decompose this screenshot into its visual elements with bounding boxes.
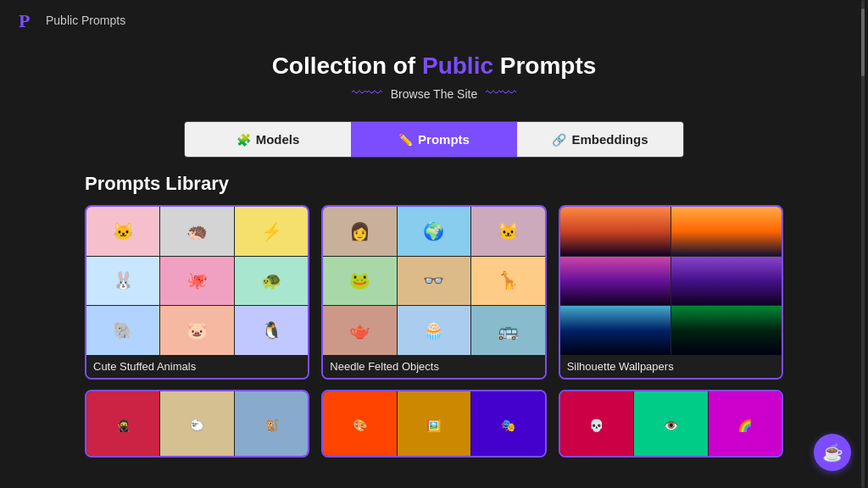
card-image-cell: 🎨 [323,391,396,458]
card-silhouette[interactable]: Silhouette Wallpapers [559,205,783,380]
prompts-icon: ✏️ [398,133,413,147]
scrollbar[interactable] [861,0,865,488]
card-image-cell: 🐑 [160,391,233,458]
card-image-cell: 🐰 [86,257,159,306]
logo-text: Public Prompts [46,14,125,27]
logo-icon: P [17,8,41,32]
card-bottom-images-1: 🥷 🐑 🐒 [86,391,308,458]
card-image-cell: 🚌 [471,306,544,355]
card-image-cell [671,257,782,306]
top-nav: P Public Prompts [0,0,868,41]
card-image-cell: 🐧 [235,306,308,355]
card-image-cell: ⚡ [235,207,308,256]
card-label-silhouette: Silhouette Wallpapers [560,355,782,378]
card-image-cell: 🐘 [86,306,159,355]
hero-title-highlight: Public [422,53,493,79]
card-image-cell [560,306,670,355]
cards-grid-bottom: 🥷 🐑 🐒 🎨 🖼️ 🎭 💀 👁️ 🌈 [85,390,783,458]
card-image-cell: 👁️ [634,391,707,458]
card-image-cell: 🐷 [160,306,233,355]
card-bottom-images-3: 💀 👁️ 🌈 [560,391,782,458]
card-image-cell: 👓 [398,257,470,306]
tab-prompts-label: Prompts [418,132,470,147]
main-content: Prompts Library 🐱 🦔 ⚡ 🐰 🐙 🐢 🐘 🐷 🐧 Cute S… [0,164,868,458]
card-needle-felted[interactable]: 👩 🌍 🐱 🐸 👓 🦒 🫖 🧁 🚌 Needle Felted Objects [321,205,546,380]
card-image-cell: 🐢 [235,257,308,306]
browse-label: Browse The Site [391,87,477,101]
card-image-cell: 🦒 [471,257,544,306]
wave-left-icon: 〰〰 [352,85,382,103]
models-icon: 🧩 [236,133,251,147]
hero-title-prefix: Collection of [272,53,422,79]
tab-embeddings-label: Embeddings [571,132,648,147]
card-bottom-2[interactable]: 🎨 🖼️ 🎭 [321,390,546,458]
card-bottom-1[interactable]: 🥷 🐑 🐒 [85,390,309,458]
card-images-stuffed: 🐱 🦔 ⚡ 🐰 🐙 🐢 🐘 🐷 🐧 [86,207,308,355]
card-image-cell: 🌍 [398,207,470,256]
tab-models-label: Models [256,132,300,147]
card-image-cell [560,207,670,256]
cards-grid-top: 🐱 🦔 ⚡ 🐰 🐙 🐢 🐘 🐷 🐧 Cute Stuffed Animals 👩… [85,205,783,380]
tabs-container: 🧩 Models ✏️ Prompts 🔗 Embeddings [0,121,868,158]
card-label-needle: Needle Felted Objects [323,355,544,378]
card-image-cell: 🦔 [160,207,233,256]
hero-title-suffix: Prompts [493,53,596,79]
card-image-cell: 🫖 [323,306,396,355]
tab-embeddings[interactable]: 🔗 Embeddings [517,122,683,157]
card-images-silhouette [560,207,782,355]
coffee-icon: ☕ [822,442,843,463]
card-image-cell: 🐱 [86,207,159,256]
card-label-stuffed: Cute Stuffed Animals [86,355,308,378]
card-image-cell: 🧁 [398,306,470,355]
card-image-cell: 🐙 [160,257,233,306]
section-title: Prompts Library [85,173,783,195]
card-image-cell: 🥷 [86,391,159,458]
card-image-cell: 🐒 [235,391,308,458]
wave-right-icon: 〰〰 [486,85,516,103]
card-image-cell [671,306,782,355]
card-image-cell: 💀 [560,391,633,458]
tab-models[interactable]: 🧩 Models [185,122,351,157]
card-image-cell: 🐱 [471,207,544,256]
card-image-cell: 🌈 [709,391,782,458]
card-cute-stuffed-animals[interactable]: 🐱 🦔 ⚡ 🐰 🐙 🐢 🐘 🐷 🐧 Cute Stuffed Animals [85,205,309,380]
card-images-needle: 👩 🌍 🐱 🐸 👓 🦒 🫖 🧁 🚌 [323,207,544,355]
browse-line: 〰〰 Browse The Site 〰〰 [0,85,868,103]
card-image-cell: 🎭 [471,391,544,458]
card-image-cell [560,257,670,306]
fab-coffee-button[interactable]: ☕ [814,434,851,471]
hero-section: Collection of Public Prompts 〰〰 Browse T… [0,41,868,111]
logo-area[interactable]: P Public Prompts [17,8,125,32]
card-bottom-images-2: 🎨 🖼️ 🎭 [323,391,544,458]
card-image-cell: 👩 [323,207,396,256]
svg-text:P: P [19,10,30,31]
tabs: 🧩 Models ✏️ Prompts 🔗 Embeddings [184,121,684,158]
hero-title: Collection of Public Prompts [0,53,868,80]
card-image-cell [671,207,782,256]
embeddings-icon: 🔗 [552,133,566,147]
card-image-cell: 🖼️ [398,391,470,458]
tab-prompts[interactable]: ✏️ Prompts [351,122,517,157]
card-image-cell: 🐸 [323,257,396,306]
card-bottom-3[interactable]: 💀 👁️ 🌈 [559,390,783,458]
scroll-thumb[interactable] [861,8,865,76]
